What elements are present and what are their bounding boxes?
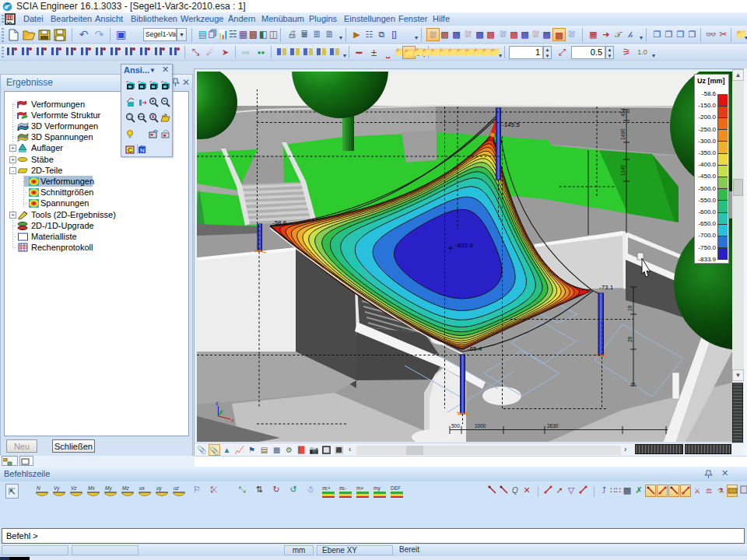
svg-text:1140: 1140 — [620, 165, 626, 176]
svg-text:2630: 2630 — [547, 423, 559, 429]
svg-text:ux: ux — [139, 485, 146, 491]
svg-text:y: y — [220, 408, 223, 415]
svg-text:-65.4: -65.4 — [468, 345, 482, 352]
svg-text:28: 28 — [627, 336, 633, 342]
svg-text:C: C — [128, 146, 133, 154]
svg-text:z: z — [216, 401, 219, 406]
svg-text:8: 8 — [630, 382, 636, 385]
svg-text:454: 454 — [620, 108, 626, 117]
svg-text:-58.6: -58.6 — [272, 219, 287, 226]
svg-text:Vy: Vy — [54, 485, 60, 492]
svg-text:uz: uz — [174, 485, 180, 491]
svg-text:uy: uy — [156, 485, 163, 492]
svg-text:18: 18 — [627, 305, 633, 311]
svg-text:Mz: Mz — [122, 485, 129, 491]
svg-text:m×: m× — [356, 485, 363, 491]
svg-text:1490: 1490 — [620, 128, 626, 140]
svg-text:DEF: DEF — [391, 485, 401, 491]
svg-text:-833.9: -833.9 — [455, 242, 473, 249]
svg-text:N: N — [37, 485, 40, 491]
svg-text:x: x — [231, 418, 234, 423]
svg-text:-73.1: -73.1 — [599, 284, 614, 291]
svg-text:My: My — [105, 485, 112, 492]
svg-text:my: my — [374, 485, 381, 492]
svg-text:Vz: Vz — [71, 485, 77, 491]
svg-text:500: 500 — [451, 423, 460, 429]
svg-text:σε-: σε- — [339, 485, 346, 491]
svg-text:Mx: Mx — [88, 485, 95, 491]
svg-text:N: N — [140, 147, 145, 154]
svg-text:-145.5: -145.5 — [502, 121, 520, 128]
svg-text:1000: 1000 — [475, 423, 486, 429]
svg-text:σε+: σε+ — [322, 485, 331, 491]
